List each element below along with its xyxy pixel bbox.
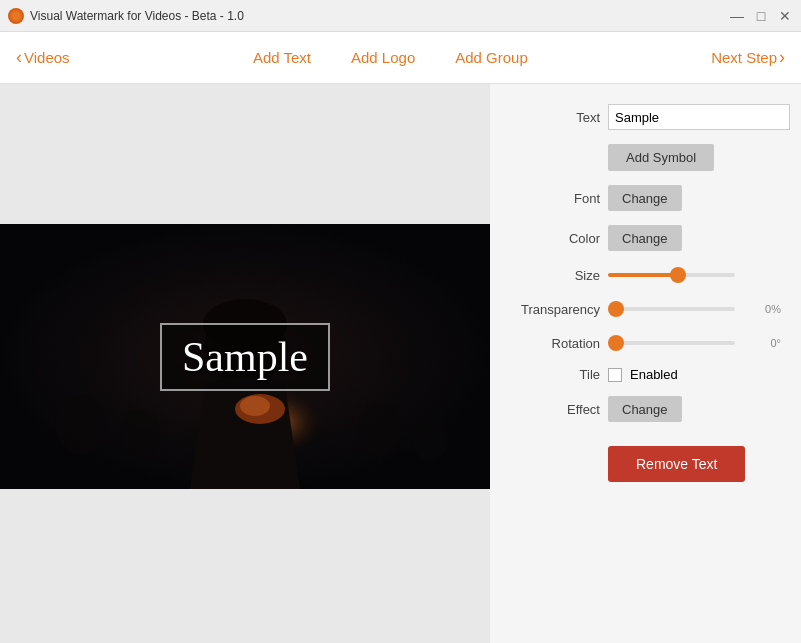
back-label: Videos bbox=[24, 49, 70, 66]
add-logo-button[interactable]: Add Logo bbox=[351, 49, 415, 66]
font-change-button[interactable]: Change bbox=[608, 185, 682, 211]
transparency-slider-container bbox=[608, 299, 735, 319]
main-content: Sample Text Add Symbol Font Change Color… bbox=[0, 84, 801, 643]
svg-point-8 bbox=[358, 401, 402, 457]
rotation-row: Rotation 0° bbox=[510, 333, 781, 353]
transparency-slider-thumb[interactable] bbox=[608, 301, 624, 317]
font-label: Font bbox=[510, 191, 600, 206]
color-label: Color bbox=[510, 231, 600, 246]
add-group-button[interactable]: Add Group bbox=[455, 49, 528, 66]
add-symbol-row: Add Symbol bbox=[510, 144, 781, 171]
video-container: Sample bbox=[0, 224, 490, 489]
minimize-button[interactable]: — bbox=[729, 8, 745, 24]
effect-change-button[interactable]: Change bbox=[608, 396, 682, 422]
size-row: Size bbox=[510, 265, 781, 285]
size-slider-container bbox=[608, 265, 735, 285]
back-button[interactable]: ‹ Videos bbox=[8, 43, 78, 72]
back-chevron-icon: ‹ bbox=[16, 47, 22, 68]
transparency-row: Transparency 0% bbox=[510, 299, 781, 319]
app-icon bbox=[8, 8, 24, 24]
text-row: Text bbox=[510, 104, 781, 130]
tile-row: Tile Enabled bbox=[510, 367, 781, 382]
tile-label: Tile bbox=[510, 367, 600, 382]
svg-point-7 bbox=[120, 409, 160, 459]
close-button[interactable]: ✕ bbox=[777, 8, 793, 24]
rotation-label: Rotation bbox=[510, 336, 600, 351]
next-chevron-icon: › bbox=[779, 47, 785, 68]
maximize-button[interactable]: □ bbox=[753, 8, 769, 24]
color-row: Color Change bbox=[510, 225, 781, 251]
watermark-text: Sample bbox=[182, 334, 308, 380]
add-symbol-button[interactable]: Add Symbol bbox=[608, 144, 714, 171]
transparency-slider-track bbox=[608, 307, 735, 311]
rotation-slider-track bbox=[608, 341, 735, 345]
window-controls: — □ ✕ bbox=[729, 8, 793, 24]
font-row: Font Change bbox=[510, 185, 781, 211]
toolbar-center: Add Text Add Logo Add Group bbox=[78, 49, 704, 66]
right-panel: Text Add Symbol Font Change Color Change… bbox=[490, 84, 801, 643]
svg-point-5 bbox=[240, 396, 270, 416]
add-text-button[interactable]: Add Text bbox=[253, 49, 311, 66]
remove-text-button[interactable]: Remove Text bbox=[608, 446, 745, 482]
tile-enabled-label: Enabled bbox=[630, 367, 678, 382]
watermark-overlay: Sample bbox=[160, 323, 330, 391]
svg-point-6 bbox=[55, 394, 105, 454]
size-slider-thumb[interactable] bbox=[670, 267, 686, 283]
effect-label: Effect bbox=[510, 402, 600, 417]
rotation-value: 0° bbox=[751, 337, 781, 349]
text-input[interactable] bbox=[608, 104, 790, 130]
size-slider-track bbox=[608, 273, 735, 277]
tile-checkbox[interactable] bbox=[608, 368, 622, 382]
next-step-label: Next Step bbox=[711, 49, 777, 66]
transparency-value: 0% bbox=[751, 303, 781, 315]
toolbar: ‹ Videos Add Text Add Logo Add Group Nex… bbox=[0, 32, 801, 84]
rotation-slider-container bbox=[608, 333, 735, 353]
effect-row: Effect Change bbox=[510, 396, 781, 422]
next-step-button[interactable]: Next Step › bbox=[703, 43, 793, 72]
titlebar: Visual Watermark for Videos - Beta - 1.0… bbox=[0, 0, 801, 32]
text-label: Text bbox=[510, 110, 600, 125]
video-bottom-space bbox=[0, 489, 490, 643]
size-slider-fill bbox=[608, 273, 678, 277]
rotation-slider-thumb[interactable] bbox=[608, 335, 624, 351]
color-change-button[interactable]: Change bbox=[608, 225, 682, 251]
size-label: Size bbox=[510, 268, 600, 283]
left-panel: Sample bbox=[0, 84, 490, 643]
transparency-label: Transparency bbox=[510, 302, 600, 317]
titlebar-title: Visual Watermark for Videos - Beta - 1.0 bbox=[30, 9, 729, 23]
video-top-space bbox=[0, 84, 490, 224]
svg-point-9 bbox=[412, 417, 448, 461]
